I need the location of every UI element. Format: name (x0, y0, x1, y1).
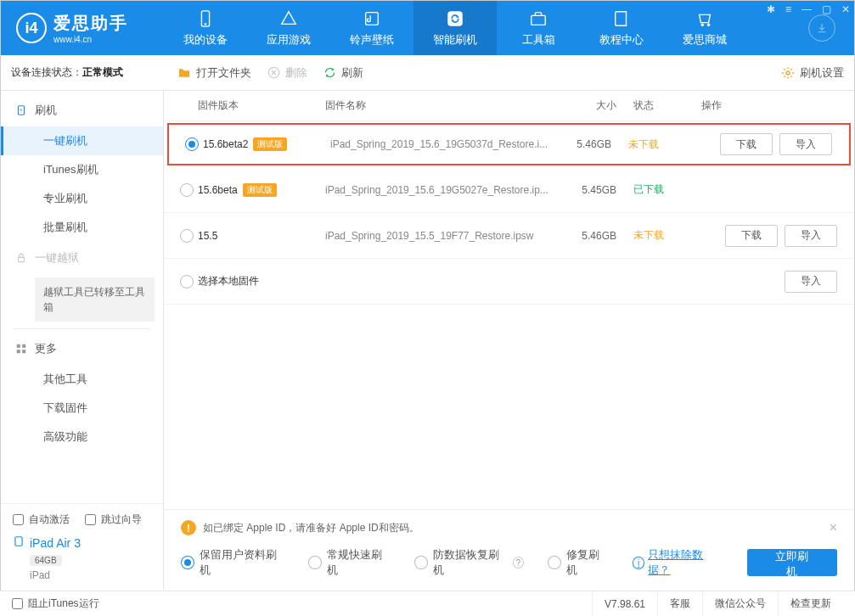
local-firmware-label: 选择本地固件 (198, 274, 701, 288)
opt-antierase[interactable]: 防数据恢复刷机? (414, 547, 524, 578)
book-icon (611, 8, 632, 29)
nav-label: 铃声壁纸 (350, 32, 394, 48)
status-text: 未下载 (633, 228, 701, 243)
svg-point-1 (205, 24, 206, 25)
refresh-button[interactable]: 刷新 (323, 65, 363, 81)
download-button[interactable]: 下载 (725, 225, 778, 247)
toolbox-icon (528, 8, 548, 29)
import-button[interactable]: 导入 (785, 271, 837, 293)
row-radio[interactable] (180, 183, 194, 197)
firmware-row[interactable]: 15.5 iPad_Spring_2019_15.5_19F77_Restore… (164, 213, 854, 259)
firmware-row[interactable]: 15.6beta2测试版 iPad_Spring_2019_15.6_19G50… (167, 123, 851, 165)
nav-my-device[interactable]: 我的设备 (164, 1, 247, 55)
svg-rect-12 (22, 344, 25, 348)
bottom-panel: ! 如已绑定 Apple ID，请准备好 Apple ID和密码。 × 保留用户… (164, 509, 854, 590)
open-folder-button[interactable]: 打开文件夹 (177, 65, 251, 81)
tip-close-icon[interactable]: × (830, 520, 837, 535)
main: 刷机 一键刷机 iTunes刷机 专业刷机 批量刷机 一键越狱 越狱工具已转移至… (1, 91, 854, 590)
skip-guide-checkbox[interactable]: 跳过向导 (85, 512, 142, 527)
flash-settings-button[interactable]: 刷机设置 (781, 65, 844, 81)
nav-toolbox[interactable]: 工具箱 (497, 1, 580, 55)
nav-apps[interactable]: 应用游戏 (247, 1, 330, 55)
opt-repair[interactable]: 修复刷机 (548, 547, 609, 578)
import-button[interactable]: 导入 (779, 133, 832, 155)
sidebar: 刷机 一键刷机 iTunes刷机 专业刷机 批量刷机 一键越狱 越狱工具已转移至… (1, 91, 164, 590)
firmware-name: iPad_Spring_2019_15.6_19G5037d_Restore.i… (330, 138, 560, 150)
check-update-button[interactable]: 检查更新 (778, 591, 843, 616)
download-button[interactable] (808, 14, 835, 42)
refresh-icon (323, 66, 336, 80)
row-radio[interactable] (180, 229, 194, 243)
wechat-button[interactable]: 微信公众号 (702, 591, 778, 616)
svg-rect-13 (17, 350, 20, 353)
status-text: 已下载 (633, 182, 701, 197)
firmware-name: iPad_Spring_2019_15.6_19G5027e_Restore.i… (325, 184, 565, 196)
opt-regular[interactable]: 常规快速刷机 (308, 547, 391, 578)
auto-activate-checkbox[interactable]: 自动激活 (13, 512, 70, 527)
svg-rect-15 (15, 537, 22, 546)
sidebar-item-other[interactable]: 其他工具 (1, 365, 163, 394)
close-icon[interactable]: ✕ (841, 3, 850, 15)
flash-now-button[interactable]: 立即刷机 (747, 549, 837, 576)
nav-ringtones[interactable]: 铃声壁纸 (330, 1, 413, 55)
erase-link[interactable]: i只想抹除数据？ (633, 547, 723, 578)
nav-store[interactable]: 爱思商城 (663, 1, 746, 55)
sidebar-item-itunes[interactable]: iTunes刷机 (1, 155, 163, 184)
sidebar-jailbreak-head: 一键越狱 (1, 242, 163, 274)
nav-label: 教程中心 (599, 32, 644, 48)
ipad-icon (13, 535, 25, 550)
version-label: V7.98.61 (592, 591, 657, 616)
sidebar-flash-head[interactable]: 刷机 (1, 94, 163, 126)
sidebar-more-head[interactable]: 更多 (1, 333, 163, 365)
nav-label: 我的设备 (183, 32, 228, 48)
svg-rect-11 (17, 344, 20, 348)
import-button[interactable]: 导入 (785, 225, 837, 247)
music-icon (362, 8, 382, 29)
nav-label: 工具箱 (522, 32, 555, 48)
gear-icon (781, 66, 795, 80)
firmware-row[interactable]: 15.6beta测试版 iPad_Spring_2019_15.6_19G502… (164, 167, 854, 213)
size-text: 5.46GB (565, 230, 633, 242)
opt-retain[interactable]: 保留用户资料刷机 (181, 547, 284, 578)
win-list-icon[interactable]: ≡ (785, 3, 791, 15)
top-nav: 我的设备 应用游戏 铃声壁纸 智能刷机 工具箱 教程中心 爱思商城 (164, 1, 790, 55)
storage-badge: 64GB (30, 555, 62, 566)
download-button[interactable]: 下载 (720, 133, 773, 155)
sidebar-item-download-fw[interactable]: 下载固件 (1, 394, 163, 423)
apps-icon (278, 8, 299, 29)
warning-icon: ! (181, 520, 196, 535)
footer: 阻止iTunes运行 V7.98.61 客服 微信公众号 检查更新 (0, 591, 855, 616)
sidebar-item-pro[interactable]: 专业刷机 (1, 184, 163, 213)
max-icon[interactable]: ▢ (822, 3, 831, 15)
svg-rect-4 (532, 15, 546, 25)
nav-tutorials[interactable]: 教程中心 (580, 1, 663, 55)
size-text: 5.46GB (560, 138, 628, 150)
cart-icon (695, 8, 715, 29)
nav-flash[interactable]: 智能刷机 (413, 1, 497, 55)
nav-label: 爱思商城 (683, 32, 727, 48)
flash-icon (14, 104, 28, 117)
nav-label: 智能刷机 (433, 32, 477, 48)
row-radio[interactable] (180, 275, 194, 288)
sidebar-item-oneclick[interactable]: 一键刷机 (1, 126, 163, 155)
row-radio[interactable] (185, 137, 199, 151)
win-menu-icon[interactable]: ✱ (767, 3, 775, 15)
block-itunes-checkbox[interactable]: 阻止iTunes运行 (12, 596, 99, 611)
firmware-name: iPad_Spring_2019_15.5_19F77_Restore.ipsw (325, 230, 565, 242)
delete-button[interactable]: 删除 (267, 65, 307, 81)
help-icon[interactable]: ? (513, 557, 525, 568)
info-icon: i (633, 557, 645, 569)
local-firmware-row[interactable]: 选择本地固件 导入 (164, 259, 854, 305)
logo-icon: i4 (16, 13, 47, 43)
min-icon[interactable]: — (802, 3, 812, 15)
toolbar: 设备连接状态：正常模式 打开文件夹 删除 刷新 刷机设置 (1, 55, 854, 91)
service-button[interactable]: 客服 (657, 591, 702, 616)
folder-icon (177, 66, 191, 80)
version-text: 15.6beta (198, 184, 238, 196)
svg-point-6 (707, 24, 710, 26)
window-controls: ✱ ≡ — ▢ ✕ (767, 3, 850, 15)
sidebar-item-advanced[interactable]: 高级功能 (1, 423, 163, 451)
content: 固件版本 固件名称 大小 状态 操作 15.6beta2测试版 iPad_Spr… (164, 91, 854, 590)
lock-icon (14, 251, 28, 265)
sidebar-item-batch[interactable]: 批量刷机 (1, 213, 163, 242)
